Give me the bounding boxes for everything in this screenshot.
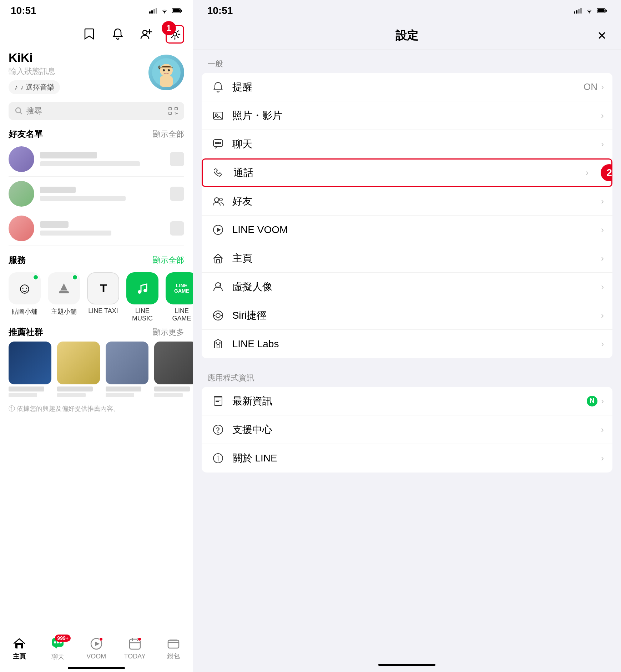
music-svc-label: LINE MUSIC <box>126 307 158 322</box>
chat-settings-icon <box>210 136 226 152</box>
svg-point-42 <box>215 114 217 116</box>
community-card-1[interactable] <box>9 342 51 397</box>
settings-item-news[interactable]: 最新資訊 N › <box>202 387 612 415</box>
search-bar[interactable] <box>9 102 184 120</box>
taxi-label: LINE TAXI <box>88 307 118 315</box>
friend-action-3[interactable] <box>170 221 184 236</box>
battery-icon-right <box>597 8 607 14</box>
tab-today[interactable]: TODAY <box>121 638 149 660</box>
service-line-music[interactable]: LINE MUSIC <box>126 272 158 322</box>
homepage-chevron: › <box>601 253 604 263</box>
support-icon <box>210 422 226 438</box>
search-input[interactable] <box>26 106 165 116</box>
svg-point-45 <box>217 142 219 144</box>
community-card-4[interactable] <box>154 342 193 397</box>
voom-dot <box>99 637 103 641</box>
settings-item-call[interactable]: 通話 2 › <box>202 158 612 187</box>
settings-close-button[interactable]: ✕ <box>597 29 607 42</box>
svg-point-47 <box>214 198 219 202</box>
right-panel: 10:51 設定 ✕ 一般 提醒 ON › <box>193 0 621 672</box>
svg-point-13 <box>163 69 165 71</box>
tab-home-label: 主頁 <box>13 652 26 661</box>
tab-chat[interactable]: 999+ 聊天 <box>44 637 72 661</box>
gear-button[interactable]: 1 <box>166 25 184 44</box>
settings-item-chat[interactable]: 聊天 › <box>202 130 612 158</box>
settings-item-friends[interactable]: 好友 › <box>202 187 612 216</box>
svg-rect-52 <box>217 259 219 263</box>
svg-point-21 <box>143 289 147 292</box>
svg-rect-33 <box>574 11 575 14</box>
friends-settings-chevron: › <box>601 196 604 206</box>
tab-wallet[interactable]: 錢包 <box>159 638 188 660</box>
svg-point-55 <box>216 313 220 318</box>
settings-item-siri[interactable]: Siri捷徑 › <box>202 301 612 330</box>
settings-item-about[interactable]: 關於 LINE › <box>202 444 612 473</box>
call-chevron: › <box>586 168 589 178</box>
taxi-icon-wrap: T <box>87 272 119 304</box>
settings-item-photos[interactable]: 照片・影片 › <box>202 101 612 130</box>
add-friend-button[interactable] <box>137 25 156 44</box>
friend-avatar-1 <box>9 146 34 172</box>
reminder-icon <box>210 79 226 95</box>
siri-chevron: › <box>601 310 604 320</box>
homepage-label: 主頁 <box>232 252 601 265</box>
friends-show-all[interactable]: 顯示全部 <box>153 129 184 140</box>
community-card-2[interactable] <box>57 342 100 397</box>
game-icon: LINE <box>176 283 187 288</box>
app-info-section-label: 應用程式資訊 <box>193 364 621 387</box>
select-music-button[interactable]: ♪ ♪ 選擇音樂 <box>9 80 60 94</box>
svg-point-46 <box>219 142 221 144</box>
call-icon <box>211 165 227 181</box>
svg-point-62 <box>217 456 218 457</box>
friend-info-2 <box>40 187 164 201</box>
community-img-2 <box>57 342 100 384</box>
avatar-illustration <box>152 58 181 87</box>
settings-item-homepage[interactable]: 主頁 › <box>202 244 612 273</box>
service-sticker-shop[interactable]: ☺ 貼圖小舖 <box>9 272 41 322</box>
svg-rect-16 <box>169 107 171 110</box>
settings-item-linelabs[interactable]: LINE Labs › <box>202 330 612 358</box>
general-section-label: 一般 <box>193 50 621 73</box>
game-icon-2: GAME <box>174 288 189 294</box>
settings-list: 一般 提醒 ON › 照片・影片 › <box>193 50 621 658</box>
friend-item[interactable] <box>9 177 184 211</box>
friend-item[interactable] <box>9 211 184 246</box>
bell-button[interactable] <box>108 25 127 44</box>
friend-action-1[interactable] <box>170 152 184 166</box>
community-title: 推薦社群 <box>9 327 43 338</box>
reminder-label: 提醒 <box>232 80 584 94</box>
home-bar-right-wrap <box>193 658 621 672</box>
settings-group-app-info: 最新資訊 N › 支援中心 › 關於 LINE › <box>202 387 612 473</box>
settings-item-avatar[interactable]: 虛擬人像 › <box>202 273 612 301</box>
friend-item[interactable] <box>9 142 184 177</box>
services-section-header: 服務 顯示全部 <box>0 252 193 268</box>
avatar-settings-label: 虛擬人像 <box>232 280 601 294</box>
friend-action-2[interactable] <box>170 187 184 201</box>
reminder-value: ON <box>584 81 597 92</box>
service-line-taxi[interactable]: T LINE TAXI <box>87 272 119 322</box>
service-line-game[interactable]: LINE GAME LINE GAME <box>166 272 193 322</box>
settings-item-support[interactable]: 支援中心 › <box>202 415 612 444</box>
wifi-icon <box>161 8 168 14</box>
bookmark-button[interactable] <box>80 25 99 44</box>
community-card-3[interactable] <box>106 342 148 397</box>
step2-badge: 2 <box>601 164 612 181</box>
tab-home[interactable]: 主頁 <box>5 638 34 661</box>
settings-item-reminder[interactable]: 提醒 ON › <box>202 73 612 101</box>
settings-item-linevoom[interactable]: LINE VOOM › <box>202 216 612 244</box>
service-theme-shop[interactable]: 主題小舖 <box>48 272 80 322</box>
tab-voom[interactable]: VOOM <box>82 638 111 660</box>
community-show-more[interactable]: 顯示更多 <box>153 327 184 338</box>
svg-point-57 <box>216 342 217 344</box>
barcode-scan-icon <box>168 107 178 115</box>
status-bar-left: 10:51 <box>0 0 193 21</box>
reminder-chevron: › <box>601 82 604 92</box>
svg-marker-29 <box>95 642 100 646</box>
services-show-all[interactable]: 顯示全部 <box>153 255 184 266</box>
chat-badge: 999+ <box>55 635 71 642</box>
svg-rect-56 <box>217 344 219 348</box>
news-badge-n: N <box>587 396 597 406</box>
friend-desc-blur-2 <box>40 196 126 201</box>
about-chevron: › <box>601 453 604 463</box>
home-icon <box>13 638 25 649</box>
